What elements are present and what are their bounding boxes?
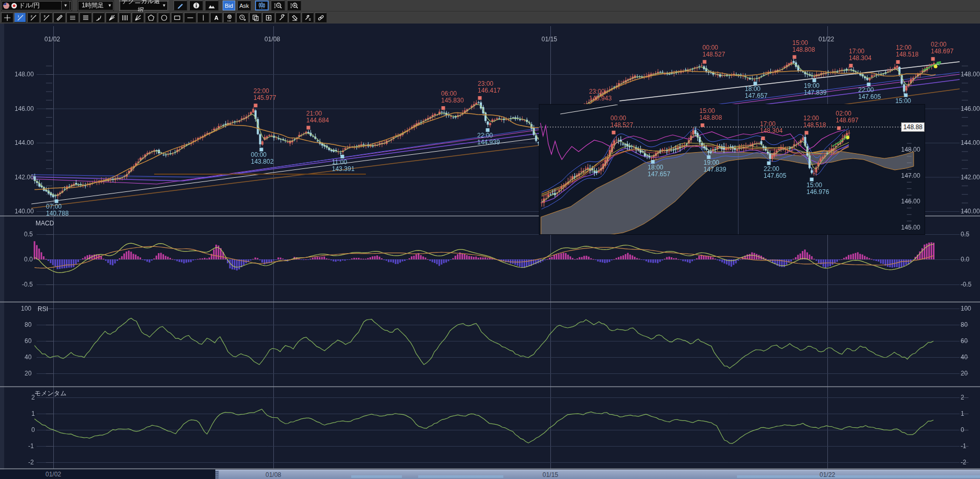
scrollbar-grip[interactable] xyxy=(215,471,219,479)
parallel-lines-tool[interactable] xyxy=(66,13,78,22)
fibonacci-arc-tool[interactable] xyxy=(93,13,105,22)
pencil-icon xyxy=(177,2,184,9)
trendline-3-tool[interactable]: 3 xyxy=(40,13,52,22)
candlestick-view-icon xyxy=(258,2,266,9)
zoom-out-button[interactable] xyxy=(271,1,285,10)
info-icon xyxy=(193,2,200,9)
scrollbar-thumb[interactable]: 01/0801/1501/22 xyxy=(215,470,980,479)
scrollbar-preview-streak xyxy=(351,475,402,478)
trendline-1-tool[interactable]: 1 xyxy=(14,13,26,22)
zoom-out-icon xyxy=(274,2,282,9)
crosshair-tool[interactable] xyxy=(1,13,13,22)
pencil-button[interactable] xyxy=(174,1,187,10)
ask-toggle[interactable]: Ask xyxy=(237,1,251,10)
timeframe-dropdown-arrow: ▼ xyxy=(108,3,112,8)
zoom-in-button[interactable] xyxy=(287,1,301,10)
rectangle-tool-icon xyxy=(174,14,181,21)
inset-chart-window[interactable]: 148.00147.00146.00145.0000:00 148.52715:… xyxy=(539,104,925,235)
info-button[interactable] xyxy=(189,1,203,10)
text-tool-icon: A xyxy=(213,14,220,21)
scrollbar-date-label: 01/22 xyxy=(816,471,839,478)
svg-text:1: 1 xyxy=(17,15,19,18)
time-marker-tool-icon xyxy=(239,14,246,21)
chart-area[interactable]: 148.00148.00146.00146.00144.00144.00142.… xyxy=(0,0,980,479)
technical-dropdown-arrow: ▼ xyxy=(162,3,166,8)
multi-lines-tool-icon xyxy=(82,14,89,21)
parallel-lines-tool-icon xyxy=(69,14,76,21)
currency-pair-select[interactable]: ドル/円 ▼ xyxy=(1,1,72,11)
timeframe-label: 1時間足 xyxy=(79,1,106,10)
edit-tool-icon xyxy=(278,14,285,21)
drag-chart-tool-icon xyxy=(265,14,272,21)
settings-tool[interactable] xyxy=(302,13,314,22)
technical-select[interactable]: テクニカル選択 ▼ xyxy=(119,1,168,11)
scrollbar-date-label: 01/02 xyxy=(42,471,65,478)
main-chart-canvas[interactable] xyxy=(0,0,980,479)
scrollbar-preview-streak xyxy=(737,475,980,478)
trendline-1-tool-icon: 1 xyxy=(17,14,24,21)
svg-text:A: A xyxy=(214,15,218,21)
icon-stamp-tool-icon: icon xyxy=(226,14,233,21)
time-marker-tool[interactable] xyxy=(236,13,248,22)
scrollbar-date-label: 01/15 xyxy=(539,471,562,478)
timeframe-select[interactable]: 1時間足 ▼ xyxy=(77,1,114,11)
icon-stamp-tool[interactable]: icon xyxy=(223,13,235,22)
scrollbar-date-label: 01/08 xyxy=(262,471,285,478)
us-flag-icon xyxy=(3,3,9,9)
currency-pair-label: ドル/円 xyxy=(19,1,60,10)
multi-lines-tool[interactable] xyxy=(79,13,91,22)
chart-scrollbar[interactable]: 01/02 01/0801/1501/22 xyxy=(0,470,980,479)
pentagon-tool[interactable] xyxy=(145,13,157,22)
drawing-toolbar: 123Aicon xyxy=(0,12,980,24)
fibonacci-fan-tool-icon xyxy=(108,14,116,21)
candlestick-view-button[interactable] xyxy=(255,1,269,10)
ellipse-tool[interactable] xyxy=(158,13,170,22)
copy-chart-tool[interactable] xyxy=(249,13,261,22)
horizontal-line-tool[interactable] xyxy=(184,13,196,22)
fibonacci-fan-tool[interactable] xyxy=(106,13,118,22)
zoom-in-icon xyxy=(290,2,298,9)
trendline-2-tool-icon: 2 xyxy=(30,14,37,21)
pentagon-tool-icon xyxy=(147,14,155,21)
bid-label: Bid xyxy=(225,3,233,9)
text-tool[interactable]: A xyxy=(210,13,222,22)
ruler-tool[interactable] xyxy=(53,13,65,22)
svg-text:3: 3 xyxy=(43,15,45,18)
pair-dropdown-arrow[interactable]: ▼ xyxy=(61,1,70,10)
trading-app-window: 148.00148.00146.00146.00144.00144.00142.… xyxy=(0,0,980,479)
link-tool-icon xyxy=(317,14,325,21)
bid-toggle[interactable]: Bid xyxy=(223,1,235,10)
gann-fan-tool-icon xyxy=(134,14,142,21)
drag-chart-tool[interactable] xyxy=(262,13,274,22)
eraser-tool-icon xyxy=(291,14,298,21)
area-chart-button[interactable] xyxy=(205,1,218,10)
edit-tool[interactable] xyxy=(275,13,287,22)
svg-text:2: 2 xyxy=(30,15,32,18)
trendline-3-tool-icon: 3 xyxy=(43,14,50,21)
svg-text:icon: icon xyxy=(227,19,231,21)
main-toolbar: ドル/円 ▼ 1時間足 ▼ テクニカル選択 ▼ Bid xyxy=(0,0,980,12)
ellipse-tool-icon xyxy=(160,14,168,21)
eraser-tool[interactable] xyxy=(289,13,301,22)
inset-chart-canvas[interactable] xyxy=(539,105,925,234)
vertical-line-tool-icon xyxy=(200,14,207,21)
jp-flag-icon xyxy=(11,3,17,9)
ask-label: Ask xyxy=(239,3,249,9)
time-zones-tool-icon xyxy=(121,14,129,21)
rectangle-tool[interactable] xyxy=(171,13,183,22)
time-zones-tool[interactable] xyxy=(119,13,131,22)
copy-chart-tool-icon xyxy=(252,14,259,21)
scrollbar-preview-streak xyxy=(418,475,503,478)
ruler-tool-icon xyxy=(56,14,63,21)
horizontal-line-tool-icon xyxy=(187,14,194,21)
settings-tool-icon xyxy=(304,14,312,21)
link-tool[interactable] xyxy=(315,13,327,22)
trendline-2-tool[interactable]: 2 xyxy=(27,13,39,22)
fibonacci-arc-tool-icon xyxy=(95,14,102,21)
vertical-line-tool[interactable] xyxy=(197,13,209,22)
gann-fan-tool[interactable] xyxy=(132,13,144,22)
current-price-box: 148.88 xyxy=(901,122,925,132)
mountain-chart-icon xyxy=(208,3,215,9)
crosshair-tool-icon xyxy=(4,14,11,21)
